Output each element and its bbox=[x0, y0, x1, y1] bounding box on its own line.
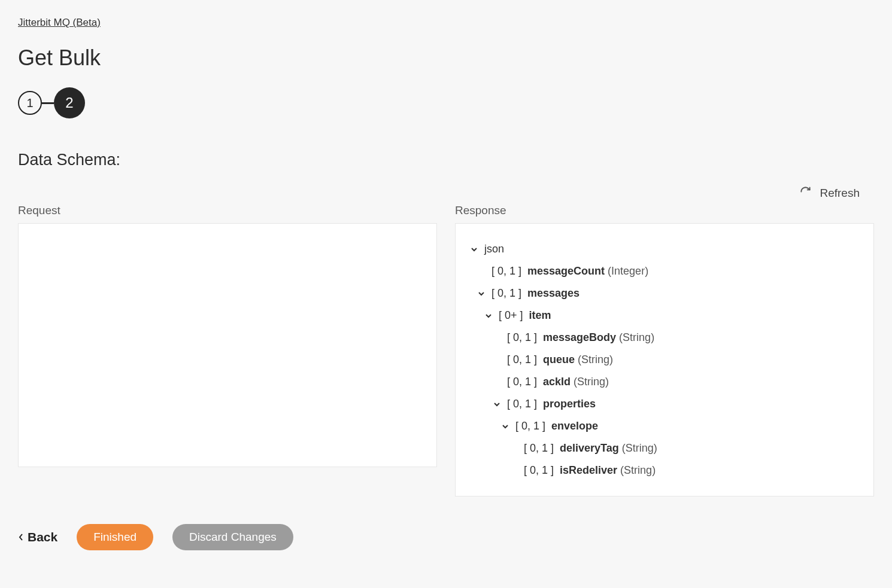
chevron-left-icon bbox=[18, 530, 24, 544]
request-label: Request bbox=[18, 204, 437, 217]
tree-root-json[interactable]: json bbox=[470, 238, 859, 260]
tree-node-messages[interactable]: [ 0, 1 ] messages bbox=[470, 282, 859, 304]
finished-button[interactable]: Finished bbox=[77, 524, 153, 550]
refresh-icon bbox=[800, 186, 811, 200]
step-2[interactable]: 2 bbox=[54, 87, 85, 118]
tree-node-messageCount[interactable]: [ 0, 1 ] messageCount (Integer) bbox=[470, 260, 859, 282]
step-connector bbox=[42, 102, 54, 104]
tree-node-queue[interactable]: [ 0, 1 ] queue (String) bbox=[470, 349, 859, 371]
chevron-down-icon[interactable] bbox=[470, 246, 478, 253]
request-panel bbox=[18, 223, 437, 467]
tree-node-item[interactable]: [ 0+ ] item bbox=[470, 304, 859, 327]
tree-node-properties[interactable]: [ 0, 1 ] properties bbox=[470, 393, 859, 415]
tree-node-label: json bbox=[484, 241, 504, 257]
page-title: Get Bulk bbox=[18, 45, 874, 71]
data-schema-heading: Data Schema: bbox=[18, 151, 874, 169]
chevron-down-icon[interactable] bbox=[477, 290, 486, 297]
discard-changes-button[interactable]: Discard Changes bbox=[172, 524, 293, 550]
breadcrumb-link[interactable]: Jitterbit MQ (Beta) bbox=[18, 17, 101, 29]
chevron-down-icon[interactable] bbox=[493, 401, 501, 408]
tree-node-envelope[interactable]: [ 0, 1 ] envelope bbox=[470, 415, 859, 437]
chevron-down-icon[interactable] bbox=[501, 423, 509, 430]
stepper: 1 2 bbox=[18, 87, 874, 118]
back-button[interactable]: Back bbox=[18, 530, 57, 544]
tree-node-deliveryTag[interactable]: [ 0, 1 ] deliveryTag (String) bbox=[470, 437, 859, 459]
refresh-label: Refresh bbox=[820, 187, 860, 200]
tree-node-isRedeliver[interactable]: [ 0, 1 ] isRedeliver (String) bbox=[470, 459, 859, 482]
step-1[interactable]: 1 bbox=[18, 91, 42, 115]
tree-node-messageBody[interactable]: [ 0, 1 ] messageBody (String) bbox=[470, 327, 859, 349]
tree-node-ackId[interactable]: [ 0, 1 ] ackId (String) bbox=[470, 371, 859, 393]
refresh-button[interactable]: Refresh bbox=[800, 186, 860, 200]
back-label: Back bbox=[28, 530, 57, 544]
chevron-down-icon[interactable] bbox=[484, 312, 493, 319]
response-panel: json [ 0, 1 ] messageCount (Integer) [ 0… bbox=[455, 223, 874, 496]
response-label: Response bbox=[455, 204, 874, 217]
